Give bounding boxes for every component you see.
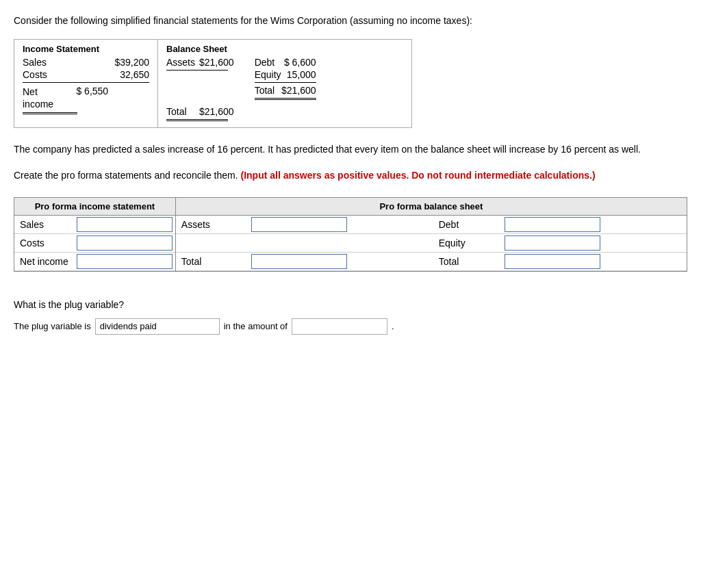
pf-sales-row: Sales	[14, 215, 175, 233]
pf-sales-input[interactable]	[77, 217, 173, 232]
liab-divider-double	[255, 98, 316, 100]
income-title: Income Statement	[23, 44, 149, 54]
pf-net-income-input[interactable]	[77, 254, 173, 269]
pf-equity-input[interactable]	[505, 235, 600, 251]
pf-costs-input-cell	[74, 233, 175, 252]
total-liab-value: $21,600	[281, 85, 316, 96]
pf-net-income-label: Net income	[14, 252, 74, 270]
instruction-para: Create the pro forma statements and reco…	[14, 168, 687, 183]
pro-forma-balance-table: Pro forma balance sheet Assets Debt	[176, 198, 687, 271]
pf-empty-input-cell	[248, 233, 433, 252]
debt-value: $ 6,600	[284, 57, 316, 68]
instruction-text: Create the pro forma statements and reco…	[14, 170, 238, 181]
pf-total-assets-input-cell	[248, 252, 433, 270]
income-divider-single	[23, 82, 149, 83]
pro-forma-container: Pro forma income statement Sales Costs	[14, 197, 687, 272]
pf-assets-row: Assets Debt	[176, 215, 687, 233]
pf-assets-input[interactable]	[251, 217, 347, 232]
balance-table-header: Pro forma balance sheet	[176, 198, 687, 216]
total-liab-label: Total	[255, 85, 275, 96]
income-table-header: Pro forma income statement	[14, 198, 175, 216]
pf-empty-label	[176, 233, 248, 252]
net-income-label: Netincome	[23, 86, 53, 110]
assets-section: Assets $21,600 Total $21,600	[166, 57, 234, 123]
pf-debt-input[interactable]	[505, 217, 600, 232]
costs-label: Costs	[23, 69, 64, 80]
plug-row: The plug variable is in the amount of .	[14, 318, 687, 335]
pro-forma-balance-section: Pro forma balance sheet Assets Debt	[176, 198, 687, 271]
assets-value: $21,600	[199, 57, 234, 68]
assets-row: Assets $21,600	[166, 57, 234, 68]
pro-forma-income-table: Pro forma income statement Sales Costs	[14, 198, 175, 271]
income-divider-double	[23, 112, 77, 114]
equity-row: Equity 15,000	[255, 69, 316, 80]
assets-divider	[166, 70, 228, 71]
pf-sales-input-cell	[74, 215, 175, 233]
pf-equity-row: Equity	[176, 233, 687, 252]
pf-equity-input-cell	[502, 233, 687, 252]
pf-total-left-label: Total	[176, 252, 248, 270]
intro-paragraph: Consider the following simplified financ…	[14, 14, 687, 28]
original-statements: Income Statement Sales $39,200 Costs 32,…	[14, 39, 412, 128]
debt-row: Debt $ 6,600	[255, 57, 316, 68]
costs-row: Costs 32,650	[23, 69, 149, 80]
instruction-highlight: (Input all answers as positive values. D…	[241, 170, 596, 181]
pf-costs-label: Costs	[14, 233, 74, 252]
pf-net-income-input-cell	[74, 252, 175, 270]
pf-costs-row: Costs	[14, 233, 175, 252]
costs-value: 32,650	[101, 69, 149, 80]
net-income-row: Netincome $ 6,550	[23, 86, 149, 110]
liabilities-section: Debt $ 6,600 Equity 15,000 Total $21,600	[255, 57, 316, 123]
pf-debt-label: Debt	[433, 215, 502, 233]
balance-sheet: Balance Sheet Assets $21,600 Total $21,6…	[158, 40, 411, 127]
plug-variable-input[interactable]	[95, 318, 220, 335]
pf-total-right-label: Total	[433, 252, 502, 270]
plug-label: The plug variable is	[14, 321, 91, 331]
income-statement: Income Statement Sales $39,200 Costs 32,…	[14, 40, 158, 127]
equity-value: 15,000	[287, 69, 316, 80]
plug-question: What is the plug variable?	[14, 299, 687, 310]
pf-total-row: Total Total	[176, 252, 687, 270]
total-assets-label: Total	[166, 106, 187, 117]
pf-equity-label: Equity	[433, 233, 502, 252]
total-assets-value: $21,600	[199, 106, 234, 117]
sales-row: Sales $39,200	[23, 57, 149, 68]
pf-total-liab-input-cell	[502, 252, 687, 270]
assets-divider-double	[166, 119, 228, 121]
equity-label: Equity	[255, 69, 281, 80]
pf-total-assets-input[interactable]	[251, 254, 347, 269]
pf-assets-label: Assets	[176, 215, 248, 233]
plug-period: .	[392, 321, 394, 331]
debt-label: Debt	[255, 57, 275, 68]
equity-divider	[255, 82, 316, 83]
plug-section: What is the plug variable? The plug vari…	[14, 299, 687, 335]
balance-title: Balance Sheet	[166, 44, 403, 54]
assets-label: Assets	[166, 57, 195, 68]
pf-costs-input[interactable]	[77, 235, 173, 251]
description-para1: The company has predicted a sales increa…	[14, 142, 687, 157]
sales-value: $39,200	[101, 57, 149, 68]
pro-forma-income-section: Pro forma income statement Sales Costs	[14, 198, 176, 271]
pf-assets-input-cell	[248, 215, 433, 233]
total-assets-row: Total $21,600	[166, 106, 234, 117]
plug-connector: in the amount of	[224, 321, 288, 331]
pf-sales-label: Sales	[14, 215, 74, 233]
sales-label: Sales	[23, 57, 64, 68]
total-liabilities-row: Total $21,600	[255, 85, 316, 96]
pf-net-income-row: Net income	[14, 252, 175, 270]
net-income-value: $ 6,550	[60, 86, 108, 97]
pf-total-liab-input[interactable]	[505, 254, 600, 269]
plug-amount-input[interactable]	[292, 318, 387, 335]
pf-debt-input-cell	[502, 215, 687, 233]
